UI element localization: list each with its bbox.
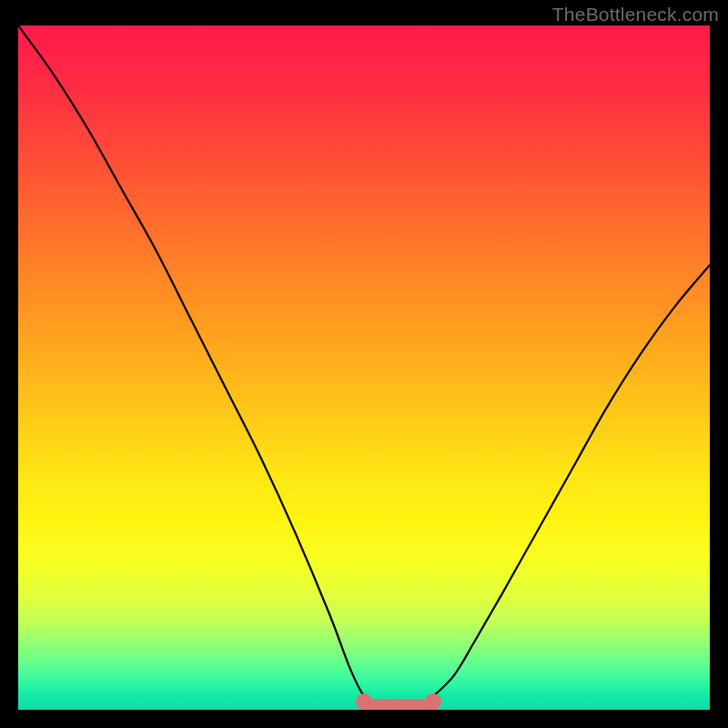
watermark-text: TheBottleneck.com xyxy=(552,4,719,25)
plot-area xyxy=(18,25,710,710)
chart-frame: TheBottleneck.com xyxy=(0,0,728,728)
optimal-range-dot-right xyxy=(425,693,441,710)
optimal-range-bar xyxy=(364,699,433,710)
bottleneck-curve xyxy=(18,25,710,710)
